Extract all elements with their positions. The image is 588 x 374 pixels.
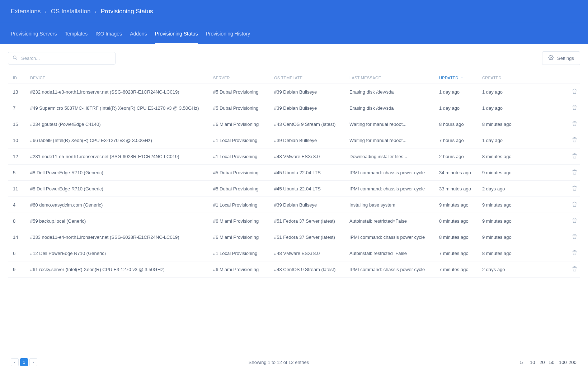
table-row[interactable]: 10#66 label9 (Intel(R) Xeon(R) CPU E3-12…	[8, 132, 580, 148]
table-row[interactable]: 4#60 demo.easydcim.com (Generic)#1 Local…	[8, 197, 580, 213]
cell-id: 7	[8, 100, 25, 116]
breadcrumb-item[interactable]: Extensions	[11, 8, 41, 15]
cell-updated: 7 hours ago	[434, 132, 477, 148]
cell-updated: 8 minutes ago	[434, 213, 477, 229]
content-area: Settings ID DEVICE SERVER OS TEMPLATE LA…	[0, 44, 588, 281]
cell-created: 9 minutes ago	[477, 165, 527, 181]
cell-id: 9	[8, 261, 25, 278]
table-row[interactable]: 6#12 Dell PowerEdge R710 (Generic)#1 Loc…	[8, 245, 580, 261]
cell-last-message: Downloading installer files...	[344, 148, 434, 165]
cell-server: #1 Local Provisioning	[208, 245, 269, 261]
delete-button[interactable]	[572, 266, 577, 273]
delete-button[interactable]	[572, 218, 577, 224]
cell-os-template: #39 Debian Bullseye	[269, 84, 344, 100]
cell-id: 14	[8, 229, 25, 245]
tab-bar: Provisioning ServersTemplatesISO ImagesA…	[0, 23, 588, 44]
trash-icon	[572, 169, 577, 176]
sort-asc-icon: ↑	[461, 76, 463, 80]
trash-icon	[572, 105, 577, 111]
provisioning-table: ID DEVICE SERVER OS TEMPLATE LAST MESSAG…	[8, 72, 580, 278]
col-id[interactable]: ID	[8, 72, 25, 84]
cell-os-template: #43 CentOS 9 Stream (latest)	[269, 261, 344, 278]
cell-os-template: #43 CentOS 9 Stream (latest)	[269, 116, 344, 132]
gear-icon	[548, 55, 554, 61]
cell-os-template: #39 Debian Bullseye	[269, 100, 344, 116]
trash-icon	[572, 234, 577, 240]
cell-last-message: Waiting for manual reboot...	[344, 132, 434, 148]
cell-server: #5 Dubai Provisioning	[208, 165, 269, 181]
cell-id: 10	[8, 132, 25, 148]
cell-os-template: #51 Fedora 37 Server (latest)	[269, 229, 344, 245]
tab-iso-images[interactable]: ISO Images	[95, 23, 122, 44]
search-input[interactable]	[21, 56, 111, 61]
delete-button[interactable]	[572, 234, 577, 240]
delete-button[interactable]	[572, 250, 577, 256]
cell-device: #59 backup.local (Generic)	[25, 213, 208, 229]
cell-last-message: Waiting for manual reboot...	[344, 116, 434, 132]
cell-created: 9 minutes ago	[477, 213, 527, 229]
cell-actions	[527, 165, 580, 181]
cell-device: #233 node11-e4-north1.ironserver.net (SS…	[25, 229, 208, 245]
col-device[interactable]: DEVICE	[25, 72, 208, 84]
tab-provisioning-status[interactable]: Provisioning Status	[155, 23, 198, 44]
table-row[interactable]: 7#49 Supermicro 5037MC-H8TRF (Intel(R) X…	[8, 100, 580, 116]
settings-button[interactable]: Settings	[542, 51, 580, 65]
col-os-template[interactable]: OS TEMPLATE	[269, 72, 344, 84]
cell-actions	[527, 181, 580, 197]
cell-actions	[527, 148, 580, 165]
table-row[interactable]: 15#234 gputest (PowerEdge C4140)#6 Miami…	[8, 116, 580, 132]
tab-templates[interactable]: Templates	[65, 23, 88, 44]
delete-button[interactable]	[572, 153, 577, 160]
table-row[interactable]: 11#8 Dell PowerEdge R710 (Generic)#5 Dub…	[8, 181, 580, 197]
cell-os-template: #39 Debian Bullseye	[269, 132, 344, 148]
cell-actions	[527, 245, 580, 261]
breadcrumb-item[interactable]: OS Installation	[51, 8, 91, 15]
cell-actions	[527, 84, 580, 100]
search-box[interactable]	[8, 52, 116, 65]
col-created[interactable]: CREATED	[477, 72, 527, 84]
col-last-message[interactable]: LAST MESSAGE	[344, 72, 434, 84]
cell-actions	[527, 116, 580, 132]
delete-button[interactable]	[572, 137, 577, 143]
tab-addons[interactable]: Addons	[130, 23, 147, 44]
delete-button[interactable]	[572, 185, 577, 192]
delete-button[interactable]	[572, 121, 577, 127]
delete-button[interactable]	[572, 105, 577, 111]
cell-device: #49 Supermicro 5037MC-H8TRF (Intel(R) Xe…	[25, 100, 208, 116]
cell-server: #5 Dubai Provisioning	[208, 181, 269, 197]
table-row[interactable]: 14#233 node11-e4-north1.ironserver.net (…	[8, 229, 580, 245]
table-row[interactable]: 5#8 Dell PowerEdge R710 (Generic)#5 Duba…	[8, 165, 580, 181]
page-header: Extensions › OS Installation › Provision…	[0, 0, 588, 44]
cell-device: #66 label9 (Intel(R) Xeon(R) CPU E3-1270…	[25, 132, 208, 148]
col-server[interactable]: SERVER	[208, 72, 269, 84]
delete-button[interactable]	[572, 89, 577, 95]
cell-os-template: #45 Ubuntu 22.04 LTS	[269, 165, 344, 181]
delete-button[interactable]	[572, 202, 577, 208]
delete-button[interactable]	[572, 169, 577, 176]
table-row[interactable]: 12#231 node11-e5-north1.ironserver.net (…	[8, 148, 580, 165]
cell-server: #6 Miami Provisioning	[208, 213, 269, 229]
cell-id: 13	[8, 84, 25, 100]
cell-updated: 8 minutes ago	[434, 229, 477, 245]
cell-id: 6	[8, 245, 25, 261]
cell-updated: 1 day ago	[434, 84, 477, 100]
cell-os-template: #39 Debian Bullseye	[269, 197, 344, 213]
table-row[interactable]: 13#232 node11-e3-north1.ironserver.net (…	[8, 84, 580, 100]
cell-actions	[527, 197, 580, 213]
trash-icon	[572, 153, 577, 160]
col-updated[interactable]: UPDATED ↑	[434, 72, 477, 84]
cell-updated: 2 hours ago	[434, 148, 477, 165]
tab-provisioning-history[interactable]: Provisioning History	[206, 23, 250, 44]
trash-icon	[572, 218, 577, 224]
cell-last-message: Autoinstall: restricted=False	[344, 213, 434, 229]
tab-provisioning-servers[interactable]: Provisioning Servers	[11, 23, 57, 44]
cell-device: #232 node11-e3-north1.ironserver.net (SS…	[25, 84, 208, 100]
cell-os-template: #51 Fedora 37 Server (latest)	[269, 213, 344, 229]
svg-point-0	[13, 56, 16, 58]
table-row[interactable]: 9#61 rocky.server (Intel(R) Xeon(R) CPU …	[8, 261, 580, 278]
cell-last-message: IPMI command: chassis power cycle	[344, 261, 434, 278]
cell-device: #12 Dell PowerEdge R710 (Generic)	[25, 245, 208, 261]
table-row[interactable]: 8#59 backup.local (Generic)#6 Miami Prov…	[8, 213, 580, 229]
chevron-right-icon: ›	[95, 9, 97, 14]
breadcrumb-current: Provisioning Status	[101, 8, 153, 15]
